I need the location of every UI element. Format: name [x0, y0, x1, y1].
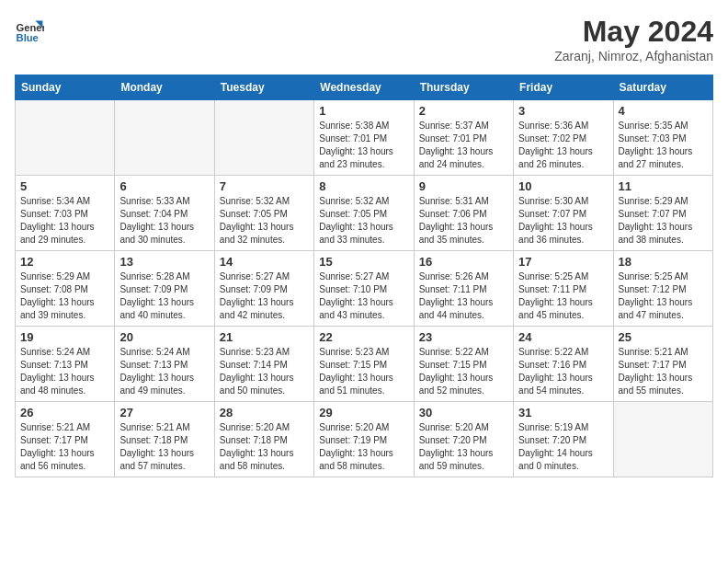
calendar-day-cell: 15Sunrise: 5:27 AMSunset: 7:10 PMDayligh… — [314, 251, 414, 327]
calendar-day-cell: 20Sunrise: 5:24 AMSunset: 7:13 PMDayligh… — [115, 327, 214, 402]
calendar-day-cell: 29Sunrise: 5:20 AMSunset: 7:19 PMDayligh… — [314, 402, 414, 477]
day-number: 23 — [419, 330, 508, 344]
day-info: Sunrise: 5:27 AMSunset: 7:10 PMDaylight:… — [319, 270, 408, 322]
day-number: 1 — [319, 104, 408, 118]
calendar-week-row: 19Sunrise: 5:24 AMSunset: 7:13 PMDayligh… — [16, 327, 713, 402]
calendar-table: SundayMondayTuesdayWednesdayThursdayFrid… — [15, 75, 713, 477]
calendar-day-cell — [613, 402, 712, 477]
day-info: Sunrise: 5:23 AMSunset: 7:15 PMDaylight:… — [319, 346, 408, 397]
day-info: Sunrise: 5:31 AMSunset: 7:06 PMDaylight:… — [419, 195, 508, 247]
day-info: Sunrise: 5:36 AMSunset: 7:02 PMDaylight:… — [518, 120, 608, 171]
calendar-day-cell: 24Sunrise: 5:22 AMSunset: 7:16 PMDayligh… — [514, 327, 613, 402]
day-number: 11 — [619, 179, 708, 193]
calendar-day-cell: 31Sunrise: 5:19 AMSunset: 7:20 PMDayligh… — [514, 402, 613, 477]
day-info: Sunrise: 5:23 AMSunset: 7:14 PMDaylight:… — [220, 346, 309, 397]
day-info: Sunrise: 5:25 AMSunset: 7:12 PMDaylight:… — [619, 270, 708, 322]
calendar-day-cell: 5Sunrise: 5:34 AMSunset: 7:03 PMDaylight… — [16, 176, 115, 251]
calendar-day-cell: 14Sunrise: 5:27 AMSunset: 7:09 PMDayligh… — [214, 251, 313, 327]
calendar-day-cell — [214, 100, 313, 176]
calendar-day-cell: 28Sunrise: 5:20 AMSunset: 7:18 PMDayligh… — [214, 402, 313, 477]
calendar-day-cell: 22Sunrise: 5:23 AMSunset: 7:15 PMDayligh… — [314, 327, 414, 402]
calendar-day-cell: 18Sunrise: 5:25 AMSunset: 7:12 PMDayligh… — [613, 251, 712, 327]
day-info: Sunrise: 5:24 AMSunset: 7:13 PMDaylight:… — [20, 346, 109, 397]
weekday-header-monday: Monday — [115, 75, 214, 100]
day-info: Sunrise: 5:38 AMSunset: 7:01 PMDaylight:… — [319, 120, 408, 171]
calendar-week-row: 12Sunrise: 5:29 AMSunset: 7:08 PMDayligh… — [16, 251, 713, 327]
calendar-day-cell: 30Sunrise: 5:20 AMSunset: 7:20 PMDayligh… — [414, 402, 513, 477]
day-info: Sunrise: 5:24 AMSunset: 7:13 PMDaylight:… — [119, 346, 209, 397]
logo-icon: General Blue — [15, 15, 44, 44]
day-number: 10 — [518, 179, 608, 193]
calendar-day-cell: 8Sunrise: 5:32 AMSunset: 7:05 PMDaylight… — [314, 176, 414, 251]
weekday-header-saturday: Saturday — [613, 75, 712, 100]
day-info: Sunrise: 5:30 AMSunset: 7:07 PMDaylight:… — [518, 195, 608, 247]
calendar-day-cell: 23Sunrise: 5:22 AMSunset: 7:15 PMDayligh… — [414, 327, 513, 402]
day-info: Sunrise: 5:29 AMSunset: 7:08 PMDaylight:… — [20, 270, 109, 322]
day-number: 8 — [319, 179, 408, 193]
calendar-day-cell — [115, 100, 214, 176]
logo: General Blue — [15, 15, 44, 44]
day-number: 20 — [119, 330, 209, 344]
location-subtitle: Zaranj, Nimroz, Afghanistan — [554, 49, 713, 63]
weekday-header-wednesday: Wednesday — [314, 75, 414, 100]
day-info: Sunrise: 5:20 AMSunset: 7:19 PMDaylight:… — [319, 421, 408, 473]
day-info: Sunrise: 5:27 AMSunset: 7:09 PMDaylight:… — [220, 270, 309, 322]
calendar-day-cell: 12Sunrise: 5:29 AMSunset: 7:08 PMDayligh… — [16, 251, 115, 327]
calendar-day-cell: 2Sunrise: 5:37 AMSunset: 7:01 PMDaylight… — [414, 100, 513, 176]
day-info: Sunrise: 5:22 AMSunset: 7:16 PMDaylight:… — [518, 346, 608, 397]
day-number: 24 — [518, 330, 608, 344]
day-info: Sunrise: 5:29 AMSunset: 7:07 PMDaylight:… — [619, 195, 708, 247]
calendar-day-cell: 1Sunrise: 5:38 AMSunset: 7:01 PMDaylight… — [314, 100, 414, 176]
weekday-header-thursday: Thursday — [414, 75, 513, 100]
calendar-day-cell: 17Sunrise: 5:25 AMSunset: 7:11 PMDayligh… — [514, 251, 613, 327]
day-info: Sunrise: 5:21 AMSunset: 7:17 PMDaylight:… — [619, 346, 708, 397]
day-info: Sunrise: 5:22 AMSunset: 7:15 PMDaylight:… — [419, 346, 508, 397]
calendar-day-cell: 27Sunrise: 5:21 AMSunset: 7:18 PMDayligh… — [115, 402, 214, 477]
calendar-day-cell: 7Sunrise: 5:32 AMSunset: 7:05 PMDaylight… — [214, 176, 313, 251]
month-year-title: May 2024 — [554, 15, 713, 49]
day-info: Sunrise: 5:32 AMSunset: 7:05 PMDaylight:… — [319, 195, 408, 247]
day-number: 31 — [518, 406, 608, 419]
calendar-week-row: 5Sunrise: 5:34 AMSunset: 7:03 PMDaylight… — [16, 176, 713, 251]
day-number: 26 — [20, 406, 109, 419]
day-info: Sunrise: 5:35 AMSunset: 7:03 PMDaylight:… — [619, 120, 708, 171]
day-number: 16 — [419, 255, 508, 269]
weekday-header-friday: Friday — [514, 75, 613, 100]
page-header: General Blue May 2024 Zaranj, Nimroz, Af… — [15, 15, 713, 63]
day-number: 12 — [20, 255, 109, 269]
calendar-day-cell — [16, 100, 115, 176]
day-number: 27 — [119, 406, 209, 419]
day-info: Sunrise: 5:34 AMSunset: 7:03 PMDaylight:… — [20, 195, 109, 247]
calendar-day-cell: 16Sunrise: 5:26 AMSunset: 7:11 PMDayligh… — [414, 251, 513, 327]
day-number: 29 — [319, 406, 408, 419]
calendar-day-cell: 19Sunrise: 5:24 AMSunset: 7:13 PMDayligh… — [16, 327, 115, 402]
day-info: Sunrise: 5:32 AMSunset: 7:05 PMDaylight:… — [220, 195, 309, 247]
day-number: 5 — [20, 179, 109, 193]
day-number: 25 — [619, 330, 708, 344]
calendar-day-cell: 6Sunrise: 5:33 AMSunset: 7:04 PMDaylight… — [115, 176, 214, 251]
day-info: Sunrise: 5:25 AMSunset: 7:11 PMDaylight:… — [518, 270, 608, 322]
day-info: Sunrise: 5:37 AMSunset: 7:01 PMDaylight:… — [419, 120, 508, 171]
day-number: 30 — [419, 406, 508, 419]
day-number: 17 — [518, 255, 608, 269]
day-number: 13 — [119, 255, 209, 269]
day-number: 3 — [518, 104, 608, 118]
calendar-day-cell: 10Sunrise: 5:30 AMSunset: 7:07 PMDayligh… — [514, 176, 613, 251]
day-number: 7 — [220, 179, 309, 193]
day-info: Sunrise: 5:20 AMSunset: 7:18 PMDaylight:… — [220, 421, 309, 473]
calendar-day-cell: 3Sunrise: 5:36 AMSunset: 7:02 PMDaylight… — [514, 100, 613, 176]
day-number: 9 — [419, 179, 508, 193]
calendar-day-cell: 11Sunrise: 5:29 AMSunset: 7:07 PMDayligh… — [613, 176, 712, 251]
day-info: Sunrise: 5:26 AMSunset: 7:11 PMDaylight:… — [419, 270, 508, 322]
day-number: 28 — [220, 406, 309, 419]
weekday-header-sunday: Sunday — [16, 75, 115, 100]
svg-text:Blue: Blue — [17, 32, 39, 43]
day-number: 2 — [419, 104, 508, 118]
calendar-week-row: 1Sunrise: 5:38 AMSunset: 7:01 PMDaylight… — [16, 100, 713, 176]
calendar-day-cell: 4Sunrise: 5:35 AMSunset: 7:03 PMDaylight… — [613, 100, 712, 176]
day-number: 15 — [319, 255, 408, 269]
calendar-day-cell: 26Sunrise: 5:21 AMSunset: 7:17 PMDayligh… — [16, 402, 115, 477]
calendar-day-cell: 21Sunrise: 5:23 AMSunset: 7:14 PMDayligh… — [214, 327, 313, 402]
title-area: May 2024 Zaranj, Nimroz, Afghanistan — [554, 15, 713, 63]
calendar-day-cell: 9Sunrise: 5:31 AMSunset: 7:06 PMDaylight… — [414, 176, 513, 251]
